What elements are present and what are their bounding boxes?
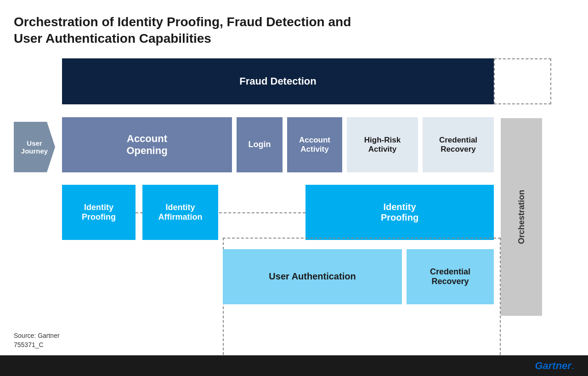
user-journey-label: User Journey xyxy=(21,139,48,155)
user-journey-arrow: User Journey xyxy=(14,122,55,172)
identity-proofing-right-box: Identity Proofing xyxy=(305,185,494,240)
source-text: Source: Gartner xyxy=(14,332,60,339)
credential-recovery-top-box: Credential Recovery xyxy=(423,117,494,172)
dashed-outline-fraud xyxy=(494,58,551,104)
code-text: 755371_C xyxy=(14,341,44,348)
page-title: Orchestration of Identity Proofing, Frau… xyxy=(14,14,574,47)
user-journey-box: User Journey xyxy=(14,122,55,172)
footer-bar: Gartner. xyxy=(0,355,588,376)
orchestration-box: Orchestration xyxy=(501,118,542,316)
account-activity-box: Account Activity xyxy=(287,117,342,172)
user-authentication-box: User Authentication xyxy=(223,249,402,304)
gartner-dot: . xyxy=(571,360,574,372)
fraud-detection-box: Fraud Detection xyxy=(62,58,494,104)
identity-proofing-left-box: Identity Proofing xyxy=(62,185,136,240)
login-box: Login xyxy=(237,117,283,172)
credential-recovery-bottom-box: Credential Recovery xyxy=(407,249,494,304)
identity-affirmation-box: Identity Affirmation xyxy=(142,185,218,240)
gartner-logo: Gartner xyxy=(535,360,571,372)
high-risk-activity-box: High-Risk Activity xyxy=(347,117,418,172)
account-opening-box: Account Opening xyxy=(62,117,232,172)
diagram-area: Fraud Detection User Journey Account Ope… xyxy=(14,58,574,320)
